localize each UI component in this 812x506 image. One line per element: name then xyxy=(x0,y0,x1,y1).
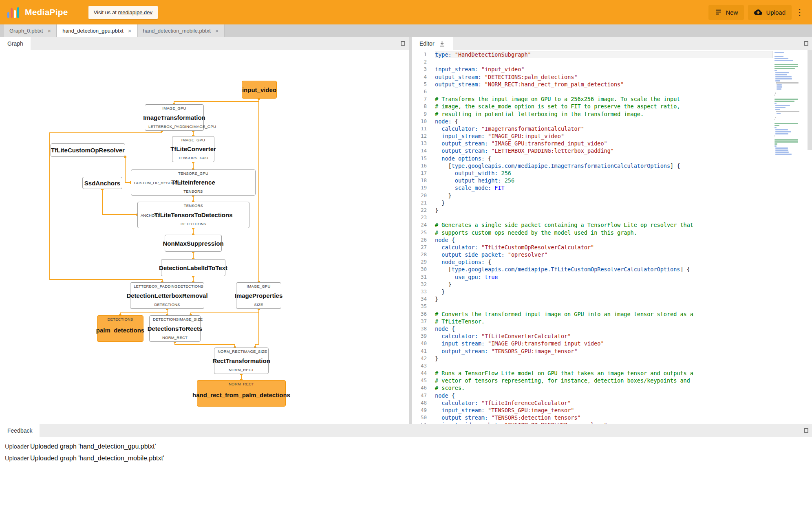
editor-scrollbar-thumb[interactable] xyxy=(808,50,812,150)
code-line-44[interactable]: 44# Runs a TensorFlow Lite model on GPU … xyxy=(412,370,773,377)
code-line-26[interactable]: 26node { xyxy=(412,236,773,244)
code-line-30[interactable]: 30 [type.googleapis.com/mediapipe.TfLite… xyxy=(412,266,773,273)
code-text xyxy=(435,58,773,66)
close-tab-icon[interactable]: × xyxy=(128,28,132,34)
graph-node-hand-rect-from-palm-detections[interactable]: NORM_RECT hand_rect_from_palm_detections xyxy=(197,380,286,407)
more-menu-icon[interactable]: ⋮ xyxy=(795,7,805,17)
code-line-40[interactable]: 40 input_stream: "IMAGE_GPU:transformed_… xyxy=(412,340,773,347)
port-label: DETECTIONS xyxy=(181,222,206,226)
editor-minimap[interactable] xyxy=(774,52,803,156)
code-line-36[interactable]: 36# Converts the transformed input image… xyxy=(412,310,773,318)
code-line-25[interactable]: 25# supports custom ops needed by the mo… xyxy=(412,229,773,236)
line-number: 48 xyxy=(412,399,435,407)
code-line-14[interactable]: 14 output_stream: "LETTERBOX_PADDING:let… xyxy=(412,147,773,154)
feedback-tab[interactable]: Feedback xyxy=(0,424,40,437)
code-text: output_stream: "TENSORS_GPU:image_tensor… xyxy=(435,348,773,355)
code-line-22[interactable]: 22} xyxy=(412,207,773,214)
code-line-10[interactable]: 10node: { xyxy=(412,118,773,125)
code-line-37[interactable]: 37# TfLiteTensor. xyxy=(412,318,773,325)
file-tab-hand-detection-mobile[interactable]: hand_detection_mobile.pbtxt × xyxy=(138,24,225,37)
code-line-19[interactable]: 19 scale_mode: FIT xyxy=(412,184,773,191)
code-line-8[interactable]: 8# image, the scale_mode option is set t… xyxy=(412,103,773,110)
code-line-6[interactable]: 6 xyxy=(412,88,773,95)
code-line-48[interactable]: 48 calculator: "TfLiteInferenceCalculato… xyxy=(412,399,773,407)
code-line-47[interactable]: 47node { xyxy=(412,392,773,399)
code-line-5[interactable]: 5output_stream: "NORM_RECT:hand_rect_fro… xyxy=(412,81,773,88)
code-text: output_stream: "LETTERBOX_PADDING:letter… xyxy=(435,147,773,154)
port-label: TENSORS xyxy=(184,204,203,208)
code-text: } xyxy=(435,207,773,214)
expand-editor-panel-icon[interactable] xyxy=(804,41,808,46)
code-line-23[interactable]: 23 xyxy=(412,214,773,221)
code-line-27[interactable]: 27 calculator: "TfLiteCustomOpResolverCa… xyxy=(412,244,773,251)
code-line-39[interactable]: 39 calculator: "TfLiteConverterCalculato… xyxy=(412,332,773,340)
graph-node-detection-letterbox-removal[interactable]: LETTERBOX_PADDING DETECTIONS DetectionLe… xyxy=(130,282,204,309)
code-line-13[interactable]: 13 output_stream: "IMAGE_GPU:transformed… xyxy=(412,140,773,147)
line-number: 32 xyxy=(412,281,435,288)
code-line-51[interactable]: 51 input_side_packet: "CUSTOM_OP_RESOLVE… xyxy=(412,421,773,424)
code-line-33[interactable]: 33 } xyxy=(412,288,773,295)
code-line-45[interactable]: 45# vector of tensors representing, for … xyxy=(412,377,773,384)
close-tab-icon[interactable]: × xyxy=(47,28,51,34)
code-line-43[interactable]: 43 xyxy=(412,362,773,370)
file-tab-graph-0[interactable]: Graph_0.pbtxt × xyxy=(4,24,57,37)
graph-node-tflite-inference[interactable]: TENSORS_GPU CUSTOM_OP_RESOLVER TfLiteInf… xyxy=(131,169,256,196)
code-line-1[interactable]: 1type: "HandDetectionSubgraph" xyxy=(412,51,773,58)
code-line-35[interactable]: 35 xyxy=(412,303,773,310)
code-line-11[interactable]: 11 calculator: "ImageTransformationCalcu… xyxy=(412,125,773,132)
code-line-21[interactable]: 21 } xyxy=(412,199,773,207)
code-line-3[interactable]: 3input_stream: "input_video" xyxy=(412,66,773,73)
editor-tab[interactable]: Editor xyxy=(412,37,453,50)
code-line-46[interactable]: 46# scores. xyxy=(412,384,773,392)
graph-node-detections-to-rects[interactable]: DETECTIONS IMAGE_SIZE DetectionsToRects … xyxy=(149,315,201,342)
code-line-17[interactable]: 17 output_width: 256 xyxy=(412,169,773,177)
editor-scrollbar[interactable] xyxy=(808,50,812,424)
port-label: DETECTIONS xyxy=(107,317,133,321)
code-line-15[interactable]: 15 node_options: { xyxy=(412,155,773,162)
code-line-42[interactable]: 42} xyxy=(412,355,773,362)
code-line-16[interactable]: 16 [type.googleapis.com/mediapipe.ImageT… xyxy=(412,162,773,169)
code-text: # Runs a TensorFlow Lite model on GPU th… xyxy=(435,370,773,377)
code-line-49[interactable]: 49 input_stream: "TENSORS_GPU:image_tens… xyxy=(412,407,773,414)
code-line-9[interactable]: 9# resulting in potential letterboxing i… xyxy=(412,110,773,118)
code-line-4[interactable]: 4output_stream: "DETECTIONS:palm_detecti… xyxy=(412,73,773,81)
code-line-18[interactable]: 18 output_height: 256 xyxy=(412,177,773,184)
code-line-12[interactable]: 12 input_stream: "IMAGE_GPU:input_video" xyxy=(412,132,773,140)
graph-node-tflite-converter[interactable]: IMAGE_GPU TfLiteConverter TENSORS_GPU xyxy=(172,136,214,162)
graph-tab[interactable]: Graph xyxy=(0,37,31,50)
expand-feedback-panel-icon[interactable] xyxy=(804,428,808,433)
graph-node-rect-transformation[interactable]: NORM_RECT IMAGE_SIZE RectTransformation … xyxy=(214,348,269,374)
close-tab-icon[interactable]: × xyxy=(215,28,219,34)
code-line-50[interactable]: 50 output_stream: "TENSORS:detection_ten… xyxy=(412,414,773,421)
file-tab-hand-detection-gpu[interactable]: hand_detection_gpu.pbtxt × xyxy=(57,24,137,37)
graph-node-tflite-custom-op-resolver[interactable]: TfLiteCustomOpResolver xyxy=(51,143,125,157)
new-button[interactable]: New xyxy=(708,5,744,20)
graph-node-input-video[interactable]: input_video xyxy=(242,81,277,99)
code-text: node_options: { xyxy=(435,155,773,162)
code-line-2[interactable]: 2 xyxy=(412,58,773,66)
line-number: 7 xyxy=(412,95,435,103)
code-line-7[interactable]: 7# Transforms the input image on GPU to … xyxy=(412,95,773,103)
graph-node-non-max-suppression[interactable]: NonMaxSuppression xyxy=(165,235,222,252)
graph-node-detection-label-id-to-text[interactable]: DetectionLabelIdToText xyxy=(161,259,225,276)
code-line-38[interactable]: 38node { xyxy=(412,325,773,332)
graph-canvas[interactable]: input_video IMAGE_GPU ImageTransformatio… xyxy=(0,50,409,424)
code-line-41[interactable]: 41 output_stream: "TENSORS_GPU:image_ten… xyxy=(412,348,773,355)
graph-node-image-transformation[interactable]: IMAGE_GPU ImageTransformation LETTERBOX_… xyxy=(145,104,204,131)
code-line-29[interactable]: 29 node_options: { xyxy=(412,258,773,266)
code-line-28[interactable]: 28 output_side_packet: "opresolver" xyxy=(412,251,773,258)
code-line-20[interactable]: 20 } xyxy=(412,192,773,199)
graph-node-ssd-anchors[interactable]: SsdAnchors xyxy=(82,177,122,189)
code-line-31[interactable]: 31 use_gpu: true xyxy=(412,273,773,281)
graph-node-tflite-tensors-to-detections[interactable]: TENSORS ANCHORS TfLiteTensorsToDetection… xyxy=(137,202,249,228)
code-line-34[interactable]: 34} xyxy=(412,295,773,303)
download-graph-icon[interactable] xyxy=(439,40,446,47)
graph-node-image-properties[interactable]: IMAGE_GPU ImageProperties SIZE xyxy=(236,282,281,309)
code-line-32[interactable]: 32 } xyxy=(412,281,773,288)
graph-node-palm-detections[interactable]: DETECTIONS palm_detections xyxy=(97,315,143,342)
expand-graph-panel-icon[interactable] xyxy=(401,41,405,46)
upload-button[interactable]: Upload xyxy=(748,5,792,20)
visit-link[interactable]: mediapipe.dev xyxy=(118,9,152,15)
code-line-24[interactable]: 24# Generates a single side packet conta… xyxy=(412,221,773,229)
editor-code[interactable]: 1type: "HandDetectionSubgraph"23input_st… xyxy=(412,50,812,424)
